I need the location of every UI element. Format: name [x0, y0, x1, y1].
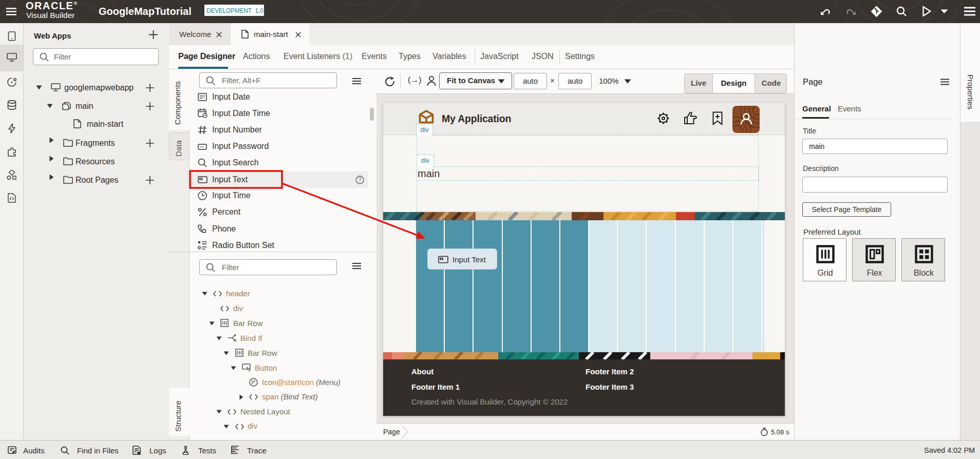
- svg-text:?: ?: [359, 177, 362, 183]
